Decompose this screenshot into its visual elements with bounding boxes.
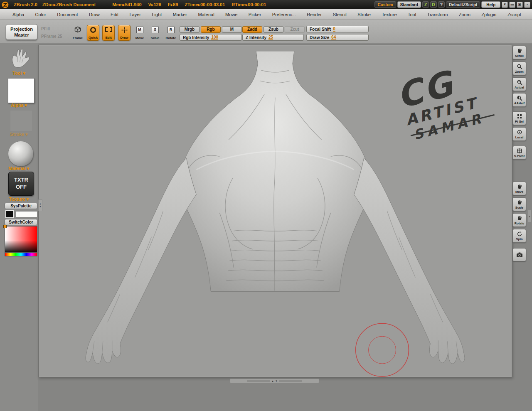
menu-zplugin[interactable]: Zplugin	[481, 12, 496, 17]
menu-document[interactable]: Document	[57, 12, 78, 17]
menu-edit[interactable]: Edit	[111, 12, 118, 17]
menu-texture[interactable]: Texture	[382, 12, 397, 17]
actual-size-button[interactable]: Actual	[512, 77, 526, 91]
color-hue-strip[interactable]	[5, 252, 37, 256]
right-tray-divider[interactable]: ◂	[527, 210, 531, 222]
aahalf-button[interactable]: AAHalf	[512, 93, 526, 107]
set-pivot-button[interactable]: S.Pivot	[512, 146, 526, 160]
local-label: Local	[515, 135, 524, 139]
menu-alpha[interactable]: Alpha	[12, 12, 24, 17]
current-alpha-preview[interactable]	[8, 78, 34, 103]
marquee-rect-icon	[105, 27, 112, 32]
zoom-doc-button[interactable]: Z	[422, 1, 429, 8]
m-button[interactable]: M	[222, 26, 242, 33]
tray-arrow-icon: ◂	[529, 215, 530, 218]
current-stroke-preview[interactable]	[10, 110, 32, 132]
menu-stencil[interactable]: Stencil	[333, 12, 347, 17]
zcut-button: Zcut	[285, 26, 305, 33]
menu-tool[interactable]: Tool	[408, 12, 416, 17]
cube-icon	[74, 26, 82, 34]
quick-button[interactable]: Quick	[87, 25, 99, 41]
menu-picker[interactable]: Picker	[249, 12, 261, 17]
menu-preferences[interactable]: Preferenc...	[272, 12, 296, 17]
scrollbar-segment[interactable]	[247, 380, 270, 382]
material-palette-label[interactable]: Material ▾	[0, 166, 38, 171]
scale-button[interactable]: S Scale	[149, 25, 161, 41]
secondary-color-swatch[interactable]	[5, 210, 14, 218]
spin-arrow-icon	[517, 231, 522, 237]
z-intensity-slider[interactable]: Z Intensity 25	[242, 34, 304, 41]
window-restore-button[interactable]: ▣	[517, 2, 523, 8]
standard-ui-button[interactable]: Standard	[397, 1, 421, 8]
current-tool-preview[interactable]	[5, 47, 34, 70]
draw-size-slider[interactable]: Draw Size 64	[306, 34, 369, 41]
spin-button[interactable]: Spin	[512, 229, 526, 243]
rgb-intensity-slider[interactable]: Rgb Intensity 100	[180, 34, 242, 41]
menu-color[interactable]: Color	[35, 12, 46, 17]
mrgb-button[interactable]: Mrgb	[180, 26, 200, 33]
menu-layer[interactable]: Layer	[129, 12, 141, 17]
menu-movie[interactable]: Movie	[225, 12, 237, 17]
rgb-button[interactable]: Rgb	[201, 26, 221, 33]
doc-button[interactable]: D	[430, 1, 437, 8]
zsub-button[interactable]: Zsub	[264, 26, 283, 33]
window-minimize-button[interactable]: ▬	[509, 2, 515, 8]
rotate-canvas-button[interactable]: Rotate	[512, 213, 526, 227]
menu-marker[interactable]: Marker	[173, 12, 187, 17]
actual-label: Actual	[515, 86, 524, 89]
menu-draw[interactable]: Draw	[89, 12, 100, 17]
local-symmetry-button[interactable]: Local	[512, 127, 526, 141]
window-close-button[interactable]: ×	[524, 2, 530, 8]
texture-off-button[interactable]: TXTR OFF	[8, 172, 34, 196]
app-title: ZBrush 2.0	[14, 2, 37, 7]
custom-ui-button[interactable]: Custom	[374, 1, 396, 8]
menu-light[interactable]: Light	[152, 12, 162, 17]
edit-button[interactable]: Edit	[102, 25, 115, 41]
canvas-horizontal-scrollbar[interactable]: ▲ ▼	[230, 379, 319, 383]
scroll-button[interactable]: Scroll	[512, 46, 526, 59]
help-button[interactable]: Help	[481, 1, 500, 8]
main-color-swatch[interactable]	[15, 211, 37, 217]
alpha-palette-label[interactable]: Alpha ▾	[0, 103, 38, 108]
scale-canvas-button[interactable]: Scale	[512, 197, 526, 211]
menu-stroke[interactable]: Stroke	[357, 12, 371, 17]
scroll-down-icon[interactable]: ▼	[275, 380, 278, 382]
zadd-button[interactable]: Zadd	[242, 26, 262, 33]
menu-transform[interactable]: Transform	[427, 12, 448, 17]
point-select-button[interactable]: Pt Sel	[512, 111, 526, 125]
canvas-left-scroll-widget[interactable]: ▲ ▼	[38, 199, 42, 211]
tool-palette-label[interactable]: Tool ▾	[0, 71, 38, 76]
move-canvas-button[interactable]: Move	[512, 182, 526, 195]
cg-artist-samar-watermark: CG ARTIST SAMAR	[393, 55, 497, 145]
zbrush-logo-icon[interactable]	[2, 1, 9, 8]
color-saturation-picker[interactable]	[5, 226, 37, 252]
draw-button[interactable]: Draw	[118, 25, 131, 41]
vertices-stat: V▸128	[148, 2, 161, 7]
window-shade-button[interactable]: ▼	[502, 2, 508, 8]
snapshot-button[interactable]	[512, 248, 526, 261]
spivot-label: S.Pivot	[514, 154, 525, 158]
switchcolor-button[interactable]: SwitchColor	[5, 219, 37, 225]
menu-zoom[interactable]: Zoom	[459, 12, 470, 17]
hand-icon	[517, 215, 522, 221]
zoom-button[interactable]: Zoom	[512, 62, 526, 75]
stroke-palette-label[interactable]: Stroke ▾	[0, 132, 38, 137]
syspalette-button[interactable]: SysPalette	[5, 203, 37, 209]
move-button[interactable]: M Move	[133, 25, 146, 41]
scroll-up-icon[interactable]: ▲	[271, 380, 274, 382]
menu-material[interactable]: Material	[198, 12, 214, 17]
texture-palette-label[interactable]: Texture ▾	[0, 197, 38, 202]
menu-render[interactable]: Render	[307, 12, 322, 17]
current-material-sphere[interactable]	[8, 141, 33, 166]
document-title[interactable]: ZDoc▸ZBrush Document	[42, 2, 96, 7]
question-help-button[interactable]: ?	[438, 1, 445, 8]
document-canvas[interactable]: CG ARTIST SAMAR	[38, 45, 512, 377]
rotate-button[interactable]: R Rotate	[165, 25, 177, 41]
scrollbar-segment[interactable]	[279, 380, 302, 382]
focal-shift-slider[interactable]: Focal Shift 0	[306, 26, 369, 32]
move-label: Move	[135, 36, 144, 40]
menu-zscript[interactable]: Zscript	[507, 12, 521, 17]
frame-button[interactable]: Frame	[70, 24, 85, 41]
default-zscript-button[interactable]: DefaultZScript	[446, 1, 480, 8]
projection-master-button[interactable]: Projection Master	[6, 24, 37, 40]
